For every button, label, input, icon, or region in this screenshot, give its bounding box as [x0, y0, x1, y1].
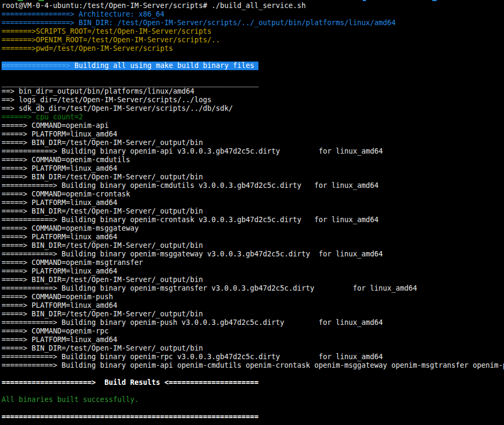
terminal-text-segment: ==> sdk_db_dir=/test/Open-IM-Server/scri… — [2, 104, 233, 112]
terminal-line: =======>OPENIM_ROOT=/test/Open-IM-Server… — [2, 36, 504, 44]
terminal-text-segment: ============> Building binary openim-rpc… — [2, 353, 383, 361]
terminal-text-segment: =====================> Build Results <==… — [2, 378, 258, 386]
terminal-line: =====> BIN_DIR=/test/Open-IM-Server/_out… — [2, 173, 504, 181]
clipped-text-artifact — [432, 0, 437, 1]
terminal-text-segment: =====> BIN_DIR=/test/Open-IM-Server/_out… — [2, 276, 203, 284]
terminal-line: =====> BIN_DIR=/test/Open-IM-Server/_out… — [2, 310, 504, 318]
terminal-line — [2, 404, 504, 413]
terminal-line: =====================> Build Results <==… — [2, 378, 504, 387]
terminal-line: ============> Building binary openim-rpc… — [2, 353, 504, 361]
terminal-line: ==> sdk_db_dir=/test/Open-IM-Server/scri… — [2, 104, 504, 113]
terminal-line: =====> COMMAND=openim-push — [2, 293, 504, 301]
terminal-line: =====> PLATFORM=linux_amd64 — [2, 164, 504, 173]
terminal-line: ===============> Building all using make… — [2, 62, 258, 70]
terminal-screen[interactable]: root@VM-0-4-ubuntu:/test/Open-IM-Server/… — [2, 2, 504, 425]
terminal-text-segment: =====> COMMAND=openim-crontask — [2, 190, 130, 198]
terminal-text-segment: =====> BIN_DIR=/test/Open-IM-Server/_out… — [2, 310, 203, 318]
terminal-text-segment: ========================================… — [2, 413, 258, 421]
terminal-text-segment: =====> BIN_DIR=/test/Open-IM-Server/_out… — [2, 139, 203, 147]
terminal-line: =====> PLATFORM=linux_amd64 — [2, 233, 504, 241]
terminal-line: =====> COMMAND=openim-msgtransfer — [2, 259, 504, 267]
terminal-text-segment: =====> BIN_DIR=/test/Open-IM-Server/_out… — [2, 344, 203, 352]
terminal-line: =====> PLATFORM=linux_amd64 — [2, 267, 504, 276]
terminal-line: =====> BIN_DIR=/test/Open-IM-Server/_out… — [2, 344, 504, 353]
terminal-text-segment: ________________________________________… — [2, 79, 258, 87]
terminal-line: ============> Building binary openim-cmd… — [2, 181, 504, 190]
terminal-text-segment: =====> PLATFORM=linux_amd64 — [2, 267, 117, 275]
terminal-line: =====> COMMAND=openim-msggateway — [2, 224, 504, 233]
terminal-line: root@VM-0-4-ubuntu:/test/Open-IM-Server/… — [2, 2, 504, 10]
terminal-text-segment: ============> Building binary openim-msg… — [2, 284, 417, 292]
terminal-line: =====> COMMAND=openim-cmdutils — [2, 156, 504, 164]
terminal-text-segment: =====> COMMAND=openim-api — [2, 122, 109, 130]
terminal-text-segment: ==> bin_dir=_output/bin/platforms/linux/… — [2, 87, 194, 95]
terminal-line: ======> cpu_count=2 — [2, 113, 504, 122]
terminal-text-segment: =======>pwd=/test/Open-IM-Server/scripts — [2, 44, 173, 52]
terminal-line: ============> Building binary openim-pus… — [2, 318, 504, 327]
terminal-line — [2, 370, 504, 378]
terminal-line: =====> BIN_DIR=/test/Open-IM-Server/_out… — [2, 241, 504, 250]
terminal-line — [2, 387, 504, 396]
terminal-line — [2, 53, 504, 62]
terminal-line: =====> COMMAND=openim-rpc — [2, 327, 504, 336]
terminal-line: ============> Building binary openim-msg… — [2, 250, 504, 259]
terminal-text-segment: =======>SCRIPTS_ROOT=/test/Open-IM-Serve… — [2, 27, 211, 35]
terminal-line: =======>SCRIPTS_ROOT=/test/Open-IM-Serve… — [2, 27, 504, 36]
clipped-text-artifact — [39, 0, 44, 1]
terminal-line: =====> COMMAND=openim-api — [2, 122, 504, 130]
terminal-line: =====> PLATFORM=linux_amd64 — [2, 199, 504, 207]
terminal-line: =====> COMMAND=openim-crontask — [2, 190, 504, 199]
terminal-text-segment: =====> PLATFORM=linux_amd64 — [2, 336, 117, 344]
terminal-line: =======>pwd=/test/Open-IM-Server/scripts — [2, 44, 504, 53]
terminal-text-segment: ============> Building binary openim-api… — [2, 147, 383, 155]
terminal-text-segment: Building all using make build binary fil… — [74, 62, 258, 70]
terminal-line: =====> BIN_DIR=/test/Open-IM-Server/_out… — [2, 139, 504, 147]
terminal-text-segment: ======> cpu_count=2 — [2, 113, 83, 121]
terminal-text-segment: =====> COMMAND=openim-rpc — [2, 327, 109, 335]
terminal-text-segment: All binaries built successfully. — [2, 396, 139, 404]
terminal-text-segment: =====> COMMAND=openim-msggateway — [2, 224, 139, 232]
terminal-text-segment: ============> Building binary openim-cmd… — [2, 181, 378, 189]
terminal-line: ================> Architecture: x86_64 — [2, 10, 504, 19]
clipped-text-artifact — [18, 0, 23, 1]
terminal-text-segment: ============> Building binary openim-cro… — [2, 216, 378, 224]
terminal-text-segment: =====> PLATFORM=linux_amd64 — [2, 233, 117, 241]
clipped-text-artifact — [363, 0, 366, 1]
terminal-line: ============> Building binary openim-cro… — [2, 216, 504, 224]
terminal-line: =====> BIN_DIR=/test/Open-IM-Server/_out… — [2, 276, 504, 284]
terminal-line — [2, 70, 504, 79]
terminal-text-segment: root@VM-0-4-ubuntu:/test/Open-IM-Server/… — [2, 2, 306, 10]
terminal-line: All binaries built successfully. — [2, 396, 504, 404]
terminal-line: ==> logs_dir=/test/Open-IM-Server/script… — [2, 96, 504, 104]
terminal-text-segment: ==> logs_dir=/test/Open-IM-Server/script… — [2, 96, 211, 104]
terminal-text-segment: ================> BIN_DIR: /test/Open-IM… — [2, 19, 396, 27]
terminal-line: ========================================… — [2, 413, 504, 421]
terminal-line: ________________________________________… — [2, 79, 504, 87]
terminal-line: ================> BIN_DIR: /test/Open-IM… — [2, 19, 504, 27]
terminal-text-segment: =====> COMMAND=openim-cmdutils — [2, 156, 130, 164]
terminal-text-segment: =====> BIN_DIR=/test/Open-IM-Server/_out… — [2, 241, 203, 249]
terminal-line: =====> PLATFORM=linux_amd64 — [2, 130, 504, 139]
terminal-text-segment: =====> PLATFORM=linux_amd64 — [2, 164, 117, 172]
terminal-line: ============> Building binary openim-msg… — [2, 284, 504, 293]
terminal-text-segment: =======>OPENIM_ROOT=/test/Open-IM-Server… — [2, 36, 220, 44]
terminal-text-segment: =====> PLATFORM=linux_amd64 — [2, 130, 117, 138]
terminal-line: =====> BIN_DIR=/test/Open-IM-Server/_out… — [2, 207, 504, 216]
terminal-line: ============> Building binary openim-api… — [2, 147, 504, 156]
terminal-text-segment: =====> COMMAND=openim-msgtransfer — [2, 259, 143, 267]
terminal-line: =====> PLATFORM=linux_amd64 — [2, 301, 504, 310]
terminal-line: ==> bin_dir=_output/bin/platforms/linux/… — [2, 87, 504, 96]
terminal-text-segment: ============> Building binary openim-api… — [2, 361, 504, 369]
terminal-text-segment: ================> Architecture: x86_64 — [2, 10, 164, 18]
terminal-text-segment: ============> Building binary openim-pus… — [2, 318, 383, 327]
terminal-text-segment: ===============> — [2, 62, 74, 70]
terminal-text-segment: =====> COMMAND=openim-push — [2, 293, 113, 301]
terminal-line: =====> PLATFORM=linux_amd64 — [2, 336, 504, 344]
terminal-text-segment: =====> BIN_DIR=/test/Open-IM-Server/_out… — [2, 207, 203, 215]
terminal-line: ============> Building binary openim-api… — [2, 361, 504, 370]
terminal-text-segment: ============> Building binary openim-msg… — [2, 250, 383, 258]
terminal-text-segment: =====> PLATFORM=linux_amd64 — [2, 199, 117, 207]
terminal-window: root@VM-0-4-ubuntu:/test/Open-IM-Server/… — [0, 0, 504, 425]
terminal-text-segment: =====> PLATFORM=linux_amd64 — [2, 301, 117, 309]
terminal-text-segment: =====> BIN_DIR=/test/Open-IM-Server/_out… — [2, 173, 203, 181]
